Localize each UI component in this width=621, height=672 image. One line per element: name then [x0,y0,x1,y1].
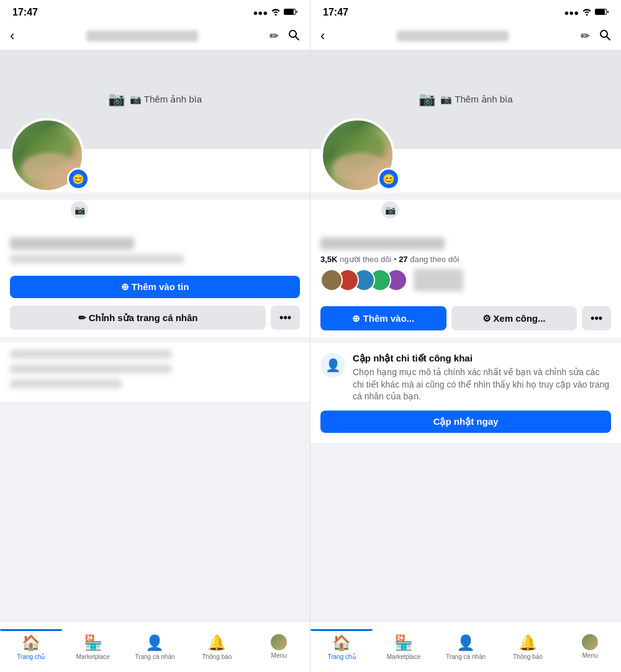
update-profile-icon: 👤 [325,358,341,373]
update-now-button[interactable]: Cập nhật ngay [320,411,611,433]
add-to-button-right[interactable]: ⊕ Thêm vào... [320,306,446,330]
camera-outline-icon-right: 📷 [419,91,435,107]
followers-label: người theo dõi [340,255,391,264]
edit-icon-left[interactable]: ✏ [270,29,279,43]
update-card-right: 👤 Cập nhật chi tiết công khai Chọn hạng … [310,343,621,443]
nav-item-marketplace-left[interactable]: 🏪 Marketplace [62,627,124,663]
marketplace-icon-right: 🏪 [394,634,413,652]
edit-icon-right[interactable]: ✏ [581,29,590,43]
nav-item-profile-right[interactable]: 👤 Trang cá nhân [435,627,497,663]
avatar-badge-left[interactable]: 😊 [67,168,89,190]
nav-item-notifications-right[interactable]: 🔔 Thông báo [497,627,559,663]
nav-item-notifications-left[interactable]: 🔔 Thông báo [186,627,248,663]
cover-photo-text-left: 📷 Thêm ảnh bìa [130,94,202,105]
name-blur-left [10,237,134,250]
svg-line-9 [607,37,610,40]
bell-icon-left: 🔔 [207,634,226,652]
profile-label-right: Trang cá nhân [446,653,486,660]
avatar-camera-right[interactable]: 📷 [380,200,400,220]
info-section-left [0,342,310,402]
right-phone-screen: 17:47 ●●● ‹ ✏ 📷 📷 Thêm [310,0,621,672]
back-button-left[interactable]: ‹ [10,28,14,44]
status-time-left: 17:47 [12,7,38,18]
notifications-label-right: Thông báo [513,653,543,660]
content-left: 📷 📷 Thêm ảnh bìa 😊 📷 [0,50,310,621]
svg-rect-7 [596,9,605,14]
avatar-section-right: 😊 📷 [310,118,621,193]
bottom-nav-right: 🏠 Trang chủ 🏪 Marketplace 👤 Trang cá nhâ… [310,621,621,672]
dot-separator: • [394,255,397,264]
bio-blur-left [10,255,184,263]
status-time-right: 17:47 [323,7,348,18]
avatar-wrapper-right: 😊 📷 [320,118,395,193]
nav-item-home-left[interactable]: 🏠 Trang chủ [0,627,62,663]
wifi-icon-right [582,8,592,17]
nav-active-bar-right [310,629,373,631]
battery-icon-right [595,8,609,17]
avatar-camera-left[interactable]: 📷 [70,200,89,220]
more-button-right[interactable]: ••• [582,306,611,330]
following-count: 27 [399,255,407,264]
nav-title-right [397,30,509,42]
marketplace-icon-left: 🏪 [84,634,102,652]
nav-item-menu-right[interactable]: Menu [559,627,621,661]
avatar-badge-icon-left: 😊 [72,173,84,185]
status-icons-right: ●●● [564,8,609,17]
content-right: 📷 📷 Thêm ảnh bìa 😊 📷 [310,50,621,621]
camera-icon-left: 📷 [75,205,85,215]
info-row-3-left [10,379,122,388]
menu-label-right: Menu [582,652,597,659]
friend-thumb-1 [320,269,343,291]
battery-icon-left [284,8,297,17]
bell-icon-right: 🔔 [519,634,537,652]
home-label-right: Trang chủ [327,653,355,660]
action-row-edit-left: ✏ Chỉnh sửa trang cá nhân ••• [0,306,310,337]
cover-section-right: 📷 📷 Thêm ảnh bìa 😊 📷 [310,50,621,193]
update-icon-wrapper: 👤 [320,353,345,378]
home-label-left: Trang chủ [17,653,45,660]
cover-photo-label-right: 📷 📷 Thêm ảnh bìa [419,91,512,107]
nav-icons-left: ✏ [270,29,300,44]
back-button-right[interactable]: ‹ [320,28,325,44]
nav-item-profile-left[interactable]: 👤 Trang cá nhân [124,627,186,663]
more-button-left[interactable]: ••• [271,306,300,330]
nav-item-marketplace-right[interactable]: 🏪 Marketplace [373,627,435,663]
cover-photo-label-left: 📷 📷 Thêm ảnh bìa [108,91,202,107]
svg-rect-2 [284,9,294,14]
nav-icons-right: ✏ [581,29,611,44]
search-icon-right[interactable] [599,29,611,44]
menu-avatar-right [582,634,598,650]
svg-line-4 [296,37,299,40]
nav-title-left [86,30,198,42]
home-icon-left: 🏠 [22,634,40,652]
nav-item-menu-left[interactable]: Menu [248,627,310,661]
avatar-badge-right[interactable]: 😊 [378,168,400,190]
followers-text-right: 3,5K người theo dõi • 27 đang theo dõi [320,255,611,264]
nav-item-home-right[interactable]: 🏠 Trang chủ [310,627,373,663]
menu-avatar-left [271,634,287,650]
status-icons-left: ●●● [253,8,297,17]
friends-row-right [320,269,611,291]
avatar-badge-icon-right: 😊 [383,173,395,185]
left-phone-screen: 17:47 ●●● ‹ ✏ 📷 📷 Thêm [0,0,310,672]
update-card-desc: Chọn hạng mục mô tả chính xác nhất về bạ… [353,366,611,403]
following-label: đang theo dõi [410,255,459,264]
nav-active-bar-left [0,629,62,631]
add-story-button-left[interactable]: ⊕ Thêm vào tin [10,276,300,298]
view-tools-button-right[interactable]: ⚙ Xem công... [451,306,578,330]
profile-icon-right: 👤 [456,634,475,652]
notifications-label-left: Thông báo [202,653,232,660]
update-card-title: Cập nhật chi tiết công khai [353,353,611,364]
action-row-right: ⊕ Thêm vào... ⚙ Xem công... ••• [310,306,621,338]
camera-outline-icon-left: 📷 [108,91,125,107]
signal-icon-right: ●●● [564,8,579,17]
search-icon-left[interactable] [288,29,300,44]
cover-section-left: 📷 📷 Thêm ảnh bìa 😊 📷 [0,50,310,193]
nav-bar-right: ‹ ✏ [310,22,621,50]
followers-count: 3,5K [320,255,337,264]
signal-icon-left: ●●● [253,8,268,17]
edit-profile-button-left[interactable]: ✏ Chỉnh sửa trang cá nhân [10,306,266,330]
update-card-header: 👤 Cập nhật chi tiết công khai Chọn hạng … [320,353,611,403]
avatar-wrapper-left: 😊 📷 [10,118,84,193]
bottom-nav-left: 🏠 Trang chủ 🏪 Marketplace 👤 Trang cá nhâ… [0,621,310,672]
